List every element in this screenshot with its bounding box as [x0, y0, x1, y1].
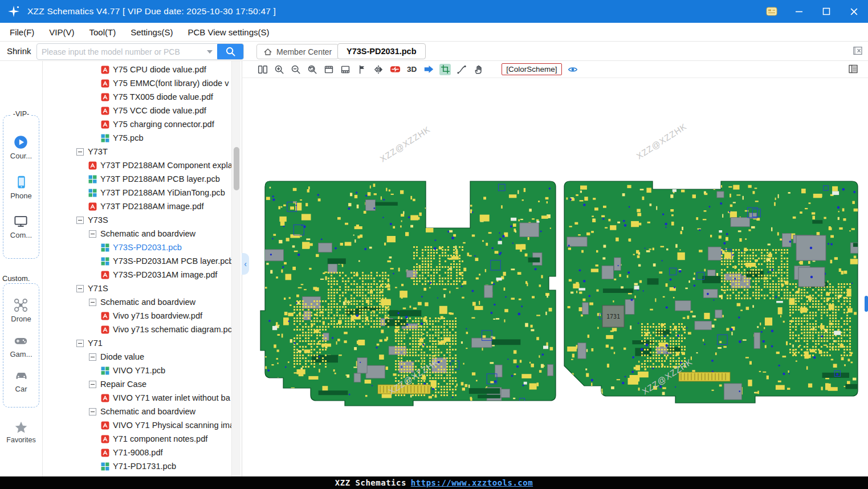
collapse-icon[interactable]	[88, 230, 97, 238]
zoom-in-icon[interactable]	[274, 64, 285, 75]
menu-item-2[interactable]: Tool(T)	[82, 23, 124, 42]
star-icon	[14, 420, 28, 435]
pane-split-icon[interactable]	[257, 64, 268, 75]
tree-item[interactable]: Schematic and boardview	[43, 227, 231, 241]
tree-item[interactable]: Y75 CPU diode value.pdf	[43, 63, 231, 76]
tree-item[interactable]: Repair Case	[43, 377, 231, 391]
tree-item-label: Y75 EMMC(font library) diode v	[113, 79, 229, 88]
app-logo-icon	[7, 5, 21, 18]
zoom-out-icon[interactable]	[290, 64, 301, 75]
colorscheme-button[interactable]: [ColorScheme]	[502, 63, 561, 75]
flip-horizontal-icon[interactable]	[373, 64, 384, 75]
tree-item[interactable]: Diode value	[43, 350, 231, 364]
sidebar-item-drone[interactable]: Drone	[11, 298, 31, 323]
vip-group-label: -VIP-	[11, 110, 31, 118]
collapse-icon[interactable]	[76, 339, 84, 348]
close-button[interactable]	[847, 5, 860, 18]
vip-badge-icon[interactable]	[765, 5, 778, 18]
tree-item[interactable]: Y71S	[43, 282, 231, 295]
sidebar-item-gam[interactable]: Gam...	[10, 333, 32, 358]
board-bottom-icon[interactable]	[340, 64, 351, 75]
search-button[interactable]	[217, 43, 243, 60]
tree-item[interactable]: Y75 charging connector.pdf	[43, 117, 231, 131]
shrink-button[interactable]: Shrink	[3, 44, 35, 59]
tree-item[interactable]: Schematic and boardview	[43, 405, 231, 418]
tree-item-label: Y73T PD2188AM Component expla	[100, 161, 231, 170]
tree-item-label: Y73S-PD2031AM PCB layer.pcb	[113, 256, 231, 266]
drone-icon	[13, 298, 28, 313]
sidebar-item-phone[interactable]: Phone	[10, 174, 32, 200]
pcb-canvas[interactable]: 1731XZZ@XZZHKXZZ@XZZHKXZZ@XZZHKXZZ@XZZHK	[242, 78, 868, 476]
tree-item[interactable]: Y75 EMMC(font library) diode v	[43, 76, 231, 90]
3d-label[interactable]: 3D	[406, 65, 418, 74]
tree-item[interactable]: Y73T PD2188AM image.pdf	[43, 199, 231, 213]
eye-icon[interactable]	[567, 64, 578, 75]
svg-text:1731: 1731	[606, 313, 620, 320]
tree-item[interactable]: Vivo y71s boardview.pdf	[43, 309, 231, 323]
arrow-next-icon[interactable]	[423, 64, 434, 75]
menu-item-0[interactable]: File(F)	[2, 23, 42, 42]
tree-item-label: Repair Case	[100, 380, 146, 389]
minimize-button[interactable]	[793, 5, 805, 18]
collapse-icon[interactable]	[88, 298, 97, 307]
tree-item[interactable]: Y75 VCC diode value.pdf	[43, 104, 231, 117]
board-top-icon[interactable]	[323, 64, 335, 75]
sidebar-item-cour[interactable]: Cour...	[10, 135, 32, 160]
maximize-button[interactable]	[820, 5, 833, 18]
tree-item[interactable]: Y73S-PD2031AM PCB layer.pcb	[43, 254, 231, 268]
tree-item[interactable]: Y73S	[43, 213, 231, 227]
right-edge-scrollbar[interactable]	[865, 296, 868, 312]
pcb-file-icon	[88, 175, 97, 184]
status-url[interactable]: https://www.xzztools.com	[411, 478, 533, 487]
collapse-icon[interactable]	[76, 284, 84, 293]
custom-group: DroneGam...Car	[3, 283, 39, 408]
menu-item-3[interactable]: Settings(S)	[123, 23, 180, 42]
zoom-reset-icon[interactable]	[307, 64, 318, 75]
pdf-icon	[101, 312, 109, 320]
tree-item[interactable]: Vivo y71s schematic diagram.pc	[43, 323, 231, 336]
collapse-icon[interactable]	[88, 408, 97, 416]
tree-item[interactable]: Schematic and boardview	[43, 295, 231, 309]
tree-item-label: Vivo y71s boardview.pdf	[113, 311, 202, 320]
search-input[interactable]	[37, 47, 207, 56]
tree-item[interactable]: Y73T	[43, 145, 231, 158]
collapse-icon[interactable]	[76, 148, 84, 156]
tree-item[interactable]: VIVO Y71 Physical scanning ima	[43, 418, 231, 432]
tree-item[interactable]: Y71-9008.pdf	[43, 446, 231, 459]
tab-active-pcb[interactable]: Y73S-PD2031.pcb	[337, 43, 426, 59]
diode-red-icon[interactable]	[389, 64, 401, 75]
layer-list-icon[interactable]	[847, 63, 859, 75]
chevron-down-icon[interactable]	[207, 50, 213, 54]
collapse-tree-handle[interactable]: ‹	[242, 253, 249, 275]
tree-item-label: VIVO Y71 Physical scanning ima	[113, 421, 231, 430]
menu-item-1[interactable]: VIP(V)	[42, 23, 81, 42]
sidebar-item-com[interactable]: Com...	[10, 214, 32, 239]
menu-item-4[interactable]: PCB View settings(S)	[180, 23, 276, 42]
tree-item[interactable]: Y75.pcb	[43, 131, 231, 145]
tree-item[interactable]: Y73T PD2188AM Component expla	[43, 158, 231, 172]
close-panel-icon[interactable]	[853, 46, 863, 58]
pan-hand-icon[interactable]	[472, 64, 484, 75]
tree-item[interactable]: Y73S-PD2031.pcb	[43, 241, 231, 254]
tree-item[interactable]: Y71-PD1731.pcb	[43, 459, 231, 473]
tree-item[interactable]: Y71	[43, 336, 231, 350]
tree-item[interactable]: Y73T PD2188AM YiDianTong.pcb	[43, 186, 231, 199]
collapse-icon[interactable]	[88, 353, 97, 361]
crop-icon[interactable]	[439, 64, 451, 75]
tree-item[interactable]: Y73T PD2188AM PCB layer.pcb	[43, 172, 231, 186]
tree-item[interactable]: VIVO Y71.pcb	[43, 364, 231, 377]
tree-item[interactable]: Y73S-PD2031AM image.pdf	[43, 268, 231, 282]
sidebar-item-favorites[interactable]: Favorites	[0, 420, 42, 444]
member-center-button[interactable]: Member Center	[256, 44, 339, 59]
tree-item[interactable]: Y75 TX005 diode value.pdf	[43, 90, 231, 104]
collapse-icon[interactable]	[76, 216, 84, 225]
tree-scrollbar-thumb[interactable]	[234, 147, 239, 190]
tree-scrollbar[interactable]	[231, 61, 241, 476]
flag-pin-icon[interactable]	[356, 64, 368, 75]
window-title: XZZ Schematics V4.77 [ VIP Due date: 202…	[27, 6, 276, 17]
tree-item[interactable]: VIVO Y71 water inlet without ba	[43, 391, 231, 405]
sidebar-item-car[interactable]: Car	[14, 368, 29, 393]
tree-item[interactable]: Y71 component notes.pdf	[43, 432, 231, 446]
collapse-icon[interactable]	[88, 380, 97, 389]
curve-icon[interactable]	[456, 64, 467, 75]
